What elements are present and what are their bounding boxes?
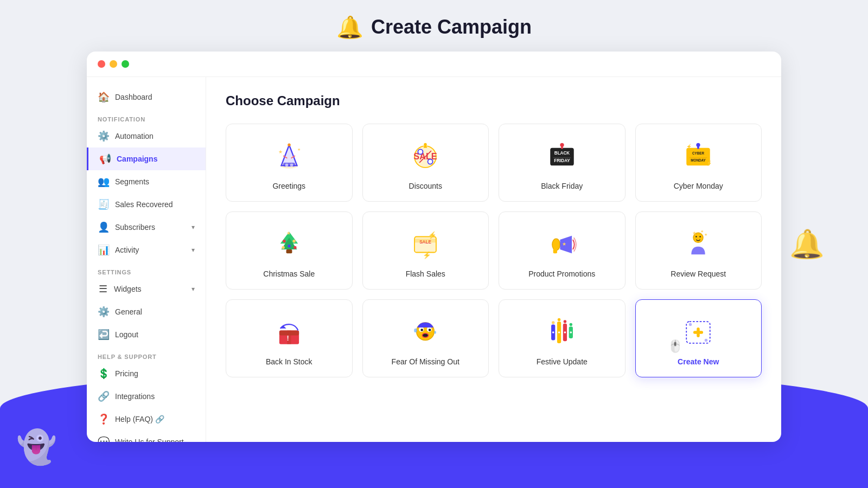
campaign-card-cyber-monday[interactable]: CYBER MONDAY ⚡ ⚡ Cyber Monday xyxy=(635,124,762,202)
chrome-minimize-btn[interactable] xyxy=(110,60,117,68)
svg-point-39 xyxy=(288,245,290,247)
svg-rect-28 xyxy=(697,146,699,149)
svg-point-3 xyxy=(288,144,290,146)
black-friday-icon: BLACK FRIDAY xyxy=(545,139,579,174)
page-title: 🔔 Create Campaign xyxy=(336,15,532,40)
svg-text:★: ★ xyxy=(562,241,566,247)
cyber-monday-label: Cyber Monday xyxy=(674,182,723,190)
svg-point-13 xyxy=(418,149,423,154)
sidebar-label-automation: Automation xyxy=(115,132,154,140)
create-new-label: Create New xyxy=(678,357,719,366)
svg-point-72 xyxy=(558,318,560,321)
svg-point-83 xyxy=(705,339,707,342)
sidebar-item-activity[interactable]: 📊 Activity ▾ xyxy=(87,239,206,261)
svg-rect-22 xyxy=(561,146,563,149)
svg-text:FRIDAY: FRIDAY xyxy=(554,158,570,163)
main-content: Choose Campaign xyxy=(206,77,781,442)
svg-point-61 xyxy=(421,329,424,331)
sidebar-item-sales-recovered[interactable]: 🧾 Sales Recovered xyxy=(87,193,206,216)
chrome-close-btn[interactable] xyxy=(98,60,105,68)
sidebar-section-notification: NOTIFICATION xyxy=(87,108,206,125)
svg-text:!: ! xyxy=(286,335,289,342)
sidebar-label-sales-recovered: Sales Recovered xyxy=(115,200,173,209)
sidebar-item-campaigns[interactable]: 📢 Campaigns xyxy=(87,147,206,170)
sidebar-item-pricing[interactable]: 💲 Pricing xyxy=(87,362,206,385)
svg-text:⚡: ⚡ xyxy=(687,144,693,150)
sidebar-item-automation[interactable]: ⚙️ Automation xyxy=(87,125,206,147)
sidebar-item-dashboard[interactable]: 🏠 Dashboard xyxy=(87,86,206,108)
svg-rect-9 xyxy=(285,164,288,166)
campaign-card-festive-update[interactable]: Festive Update xyxy=(499,299,626,377)
deco-ghost-left: 👻 xyxy=(16,428,57,466)
sidebar-label-pricing: Pricing xyxy=(115,369,138,378)
back-in-stock-icon: ! xyxy=(272,315,307,350)
sidebar-item-general[interactable]: ⚙️ General xyxy=(87,300,206,323)
svg-rect-33 xyxy=(286,249,292,253)
svg-point-15 xyxy=(428,159,433,164)
campaign-card-flash-sales[interactable]: SALE ⚡ ⚡ Flash Sales xyxy=(362,211,489,290)
svg-marker-1 xyxy=(281,145,297,165)
create-new-icon xyxy=(681,315,716,350)
christmas-sale-icon: ★ xyxy=(272,227,307,262)
svg-point-35 xyxy=(283,240,285,242)
sales-recovered-icon: 🧾 xyxy=(98,198,110,210)
sidebar-item-widgets[interactable]: ☰ Widgets ▾ xyxy=(87,278,206,300)
header-title-text: Create Campaign xyxy=(371,16,532,38)
christmas-sale-label: Christmas Sale xyxy=(263,269,315,278)
window-body: 🏠 Dashboard NOTIFICATION ⚙️ Automation 📢… xyxy=(87,77,781,442)
campaigns-icon: 📢 xyxy=(99,153,111,165)
product-promotions-icon: ★ xyxy=(545,227,579,262)
chrome-maximize-btn[interactable] xyxy=(122,60,129,68)
black-friday-label: Black Friday xyxy=(541,182,583,190)
automation-icon: ⚙️ xyxy=(98,130,110,142)
svg-point-76 xyxy=(558,331,560,333)
svg-rect-81 xyxy=(693,331,703,333)
svg-point-16 xyxy=(424,143,427,146)
activity-icon: 📊 xyxy=(98,244,110,256)
campaign-card-black-friday[interactable]: BLACK FRIDAY Black Friday xyxy=(499,124,626,202)
integrations-icon: 🔗 xyxy=(98,390,110,402)
svg-text:⚡: ⚡ xyxy=(423,251,431,260)
widgets-chevron: ▾ xyxy=(192,285,195,293)
subscribers-icon: 👤 xyxy=(98,221,110,233)
sidebar-item-segments[interactable]: 👥 Segments xyxy=(87,170,206,193)
sidebar-item-integrations[interactable]: 🔗 Integrations xyxy=(87,385,206,408)
product-promotions-label: Product Promotions xyxy=(528,269,595,278)
svg-text:★: ★ xyxy=(700,229,704,234)
sidebar-item-subscribers[interactable]: 👤 Subscribers ▾ xyxy=(87,216,206,239)
svg-text:★: ★ xyxy=(692,230,697,236)
campaign-card-create-new[interactable]: Create New xyxy=(635,299,762,377)
campaign-card-fomo[interactable]: Fear Of Missing Out xyxy=(362,299,489,377)
flash-sales-label: Flash Sales xyxy=(406,269,445,278)
svg-text:CYBER: CYBER xyxy=(692,151,705,155)
header: 🔔 Create Campaign xyxy=(0,0,868,54)
segments-icon: 👥 xyxy=(98,176,110,188)
fomo-label: Fear Of Missing Out xyxy=(392,357,459,366)
campaign-card-discounts[interactable]: SALE Discounts xyxy=(362,124,489,202)
review-request-icon: ★ ★ ★ xyxy=(681,227,716,262)
sidebar-item-logout[interactable]: ↩️ Logout xyxy=(87,323,206,346)
campaign-grid: ★ ★ Greetings xyxy=(226,124,762,377)
cyber-monday-icon: CYBER MONDAY ⚡ ⚡ xyxy=(681,139,716,174)
sidebar-label-widgets: Widgets xyxy=(114,285,142,293)
greetings-icon: ★ ★ xyxy=(272,139,307,174)
back-in-stock-label: Back In Stock xyxy=(266,357,312,366)
svg-rect-44 xyxy=(414,239,436,242)
sidebar-item-write-us[interactable]: 💬 Write Us for Support xyxy=(87,431,206,442)
campaign-card-review-request[interactable]: ★ ★ ★ Review Request xyxy=(635,211,762,290)
campaign-card-greetings[interactable]: ★ ★ Greetings xyxy=(226,124,353,202)
campaign-card-christmas-sale[interactable]: ★ Christmas Sale xyxy=(226,211,353,290)
festive-update-icon xyxy=(545,315,579,350)
campaign-card-back-in-stock[interactable]: ! Back In Stock xyxy=(226,299,353,377)
svg-point-64 xyxy=(423,334,428,337)
sidebar-label-dashboard: Dashboard xyxy=(115,93,152,101)
flash-sales-icon: SALE ⚡ ⚡ xyxy=(408,227,443,262)
dashboard-icon: 🏠 xyxy=(98,91,110,103)
sidebar-label-subscribers: Subscribers xyxy=(115,223,155,232)
svg-point-65 xyxy=(414,329,417,332)
sidebar-label-integrations: Integrations xyxy=(115,392,155,401)
sidebar-item-help-faq[interactable]: ❓ Help (FAQ) 🔗 xyxy=(87,408,206,431)
svg-point-74 xyxy=(569,323,572,326)
campaign-card-product-promotions[interactable]: ★ Product Promotions xyxy=(499,211,626,290)
choose-campaign-title: Choose Campaign xyxy=(226,93,762,108)
